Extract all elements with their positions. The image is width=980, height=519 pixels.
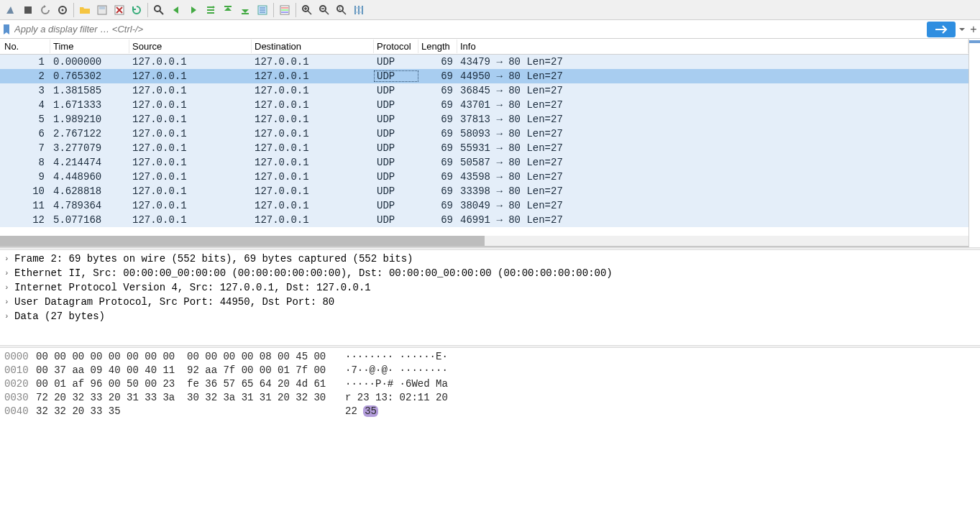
svg-rect-11 xyxy=(281,7,288,9)
hex-ascii: ·····P·# ·6Wed Ma xyxy=(345,378,448,390)
svg-rect-13 xyxy=(281,12,288,13)
packet-minimap[interactable] xyxy=(968,39,980,247)
hex-bytes: 32 32 20 33 35 xyxy=(36,405,345,417)
packet-details-pane[interactable]: ›Frame 2: 69 bytes on wire (552 bits), 6… xyxy=(0,250,980,345)
filter-bookmark-icon[interactable] xyxy=(1,22,12,37)
svg-rect-7 xyxy=(224,6,232,7)
open-icon[interactable] xyxy=(77,2,93,18)
hex-ascii: r 23 13: 02:11 20 xyxy=(345,392,448,403)
zoom-out-icon[interactable] xyxy=(316,2,332,18)
reload-icon[interactable] xyxy=(129,2,145,18)
hex-row[interactable]: 000000 00 00 00 00 00 00 00 00 00 00 00 … xyxy=(0,349,980,363)
separator xyxy=(73,3,74,17)
svg-rect-0 xyxy=(24,6,32,14)
svg-rect-12 xyxy=(281,9,288,11)
col-header-no[interactable]: No. xyxy=(0,40,50,53)
col-header-length[interactable]: Length xyxy=(418,40,457,53)
filter-add-button[interactable]: + xyxy=(967,23,980,36)
chevron-right-icon: › xyxy=(4,312,14,321)
tree-item[interactable]: ›Internet Protocol Version 4, Src: 127.0… xyxy=(0,280,980,295)
hex-offset: 0030 xyxy=(4,392,36,403)
svg-text:1: 1 xyxy=(339,6,342,11)
chevron-right-icon: › xyxy=(4,269,14,277)
filter-history-dropdown[interactable] xyxy=(957,27,967,32)
hex-ascii: 22 35 xyxy=(345,405,378,417)
separator xyxy=(273,3,274,17)
packet-row[interactable]: 31.381585127.0.0.1127.0.0.1UDP6936845 → … xyxy=(0,83,968,98)
hex-ascii: ·7··@·@· ········ xyxy=(345,364,448,376)
hex-offset: 0040 xyxy=(4,405,36,417)
hex-ascii: ········ ······E· xyxy=(345,351,448,362)
autoscroll-icon[interactable] xyxy=(255,2,270,18)
hex-bytes: 72 20 32 33 20 31 33 3a 30 32 3a 31 31 2… xyxy=(36,392,345,403)
hex-bytes: 00 01 af 96 00 50 00 23 fe 36 57 65 64 2… xyxy=(36,378,345,390)
hex-row[interactable]: 003072 20 32 33 20 31 33 3a 30 32 3a 31 … xyxy=(0,390,980,404)
hex-bytes: 00 37 aa 09 40 00 40 11 92 aa 7f 00 00 0… xyxy=(36,364,345,376)
hex-offset: 0000 xyxy=(4,351,36,362)
packet-row[interactable]: 73.277079127.0.0.1127.0.0.1UDP6955931 → … xyxy=(0,141,968,155)
last-icon[interactable] xyxy=(237,2,253,18)
packet-row[interactable]: 125.077168127.0.0.1127.0.0.1UDP6946991 →… xyxy=(0,213,968,227)
tree-label: Ethernet II, Src: 00:00:00_00:00:00 (00:… xyxy=(14,267,613,279)
col-header-destination[interactable]: Destination xyxy=(252,40,374,53)
shark-fin-icon[interactable] xyxy=(3,2,19,18)
packet-list-header[interactable]: No. Time Source Destination Protocol Len… xyxy=(0,39,968,55)
tree-label: Frame 2: 69 bytes on wire (552 bits), 69… xyxy=(14,253,413,265)
packet-row[interactable]: 41.671333127.0.0.1127.0.0.1UDP6943701 → … xyxy=(0,98,968,112)
hex-offset: 0020 xyxy=(4,378,36,390)
restart-icon[interactable] xyxy=(37,2,53,18)
packet-row[interactable]: 10.000000127.0.0.1127.0.0.1UDP6943479 → … xyxy=(0,55,968,69)
packet-bytes-pane[interactable]: 000000 00 00 00 00 00 00 00 00 00 00 00 … xyxy=(0,348,980,519)
hex-row[interactable]: 002000 01 af 96 00 50 00 23 fe 36 57 65 … xyxy=(0,377,980,390)
packet-row[interactable]: 104.628818127.0.0.1127.0.0.1UDP6933398 →… xyxy=(0,184,968,198)
next-icon[interactable] xyxy=(186,2,201,18)
tree-item[interactable]: ›Data (27 bytes) xyxy=(0,309,980,323)
colorize-icon[interactable] xyxy=(277,2,293,18)
chevron-right-icon: › xyxy=(4,254,14,263)
packet-row[interactable]: 62.767122127.0.0.1127.0.0.1UDP6958093 → … xyxy=(0,127,968,141)
hex-bytes: 00 00 00 00 00 00 00 00 00 00 00 00 08 0… xyxy=(36,351,345,362)
col-header-protocol[interactable]: Protocol xyxy=(374,40,418,53)
hex-row[interactable]: 001000 37 aa 09 40 00 40 11 92 aa 7f 00 … xyxy=(0,363,980,377)
col-header-source[interactable]: Source xyxy=(129,40,252,53)
hex-offset: 0010 xyxy=(4,364,36,376)
packet-row[interactable]: 20.765302127.0.0.1127.0.0.1UDP6944950 → … xyxy=(0,69,968,83)
display-filter-input[interactable] xyxy=(12,20,927,38)
packet-row[interactable]: 114.789364127.0.0.1127.0.0.1UDP6938049 →… xyxy=(0,198,968,213)
packet-row[interactable]: 51.989210127.0.0.1127.0.0.1UDP6937813 → … xyxy=(0,112,968,127)
prev-icon[interactable] xyxy=(168,2,184,18)
packet-list-body[interactable]: 10.000000127.0.0.1127.0.0.1UDP6943479 → … xyxy=(0,55,968,236)
zoom-reset-icon[interactable]: 1 xyxy=(334,2,349,18)
tree-item[interactable]: ›User Datagram Protocol, Src Port: 44950… xyxy=(0,295,980,309)
close-icon[interactable] xyxy=(111,2,127,18)
tree-item[interactable]: ›Ethernet II, Src: 00:00:00_00:00:00 (00… xyxy=(0,266,980,280)
packet-list-pane: No. Time Source Destination Protocol Len… xyxy=(0,39,968,247)
packet-row[interactable]: 84.214474127.0.0.1127.0.0.1UDP6950587 → … xyxy=(0,155,968,170)
separator xyxy=(296,3,296,17)
col-header-info[interactable]: Info xyxy=(457,40,968,53)
col-header-time[interactable]: Time xyxy=(50,40,129,53)
goto-icon[interactable] xyxy=(203,2,219,18)
filter-apply-button[interactable] xyxy=(927,22,956,37)
svg-rect-4 xyxy=(99,6,105,9)
chevron-right-icon: › xyxy=(4,298,14,306)
minimap-marker xyxy=(969,40,980,43)
tree-label: Internet Protocol Version 4, Src: 127.0.… xyxy=(14,282,371,293)
options-icon[interactable] xyxy=(55,2,70,18)
find-icon[interactable] xyxy=(151,2,167,18)
tree-label: User Datagram Protocol, Src Port: 44950,… xyxy=(14,296,334,308)
hex-row[interactable]: 004032 32 20 33 3522 35 xyxy=(0,404,980,418)
svg-point-6 xyxy=(155,6,160,12)
packet-list-hscrollbar[interactable] xyxy=(0,236,968,246)
stop-icon[interactable] xyxy=(20,2,36,18)
packet-row[interactable]: 94.448960127.0.0.1127.0.0.1UDP6943598 → … xyxy=(0,170,968,184)
display-filter-bar: + xyxy=(0,20,980,39)
zoom-in-icon[interactable] xyxy=(299,2,315,18)
tree-item[interactable]: ›Frame 2: 69 bytes on wire (552 bits), 6… xyxy=(0,252,980,266)
chevron-right-icon: › xyxy=(4,283,14,292)
main-toolbar: 1 xyxy=(0,0,980,20)
tree-label: Data (27 bytes) xyxy=(14,311,105,322)
first-icon[interactable] xyxy=(220,2,236,18)
resize-cols-icon[interactable] xyxy=(351,2,367,18)
save-icon[interactable] xyxy=(94,2,110,18)
